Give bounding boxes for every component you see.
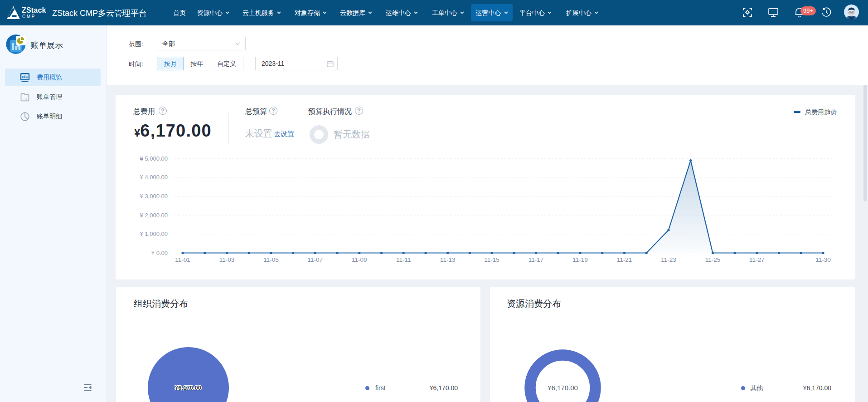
svg-text:11-11: 11-11: [396, 256, 411, 263]
svg-text:11-17: 11-17: [529, 256, 544, 263]
svg-text:11-23: 11-23: [661, 256, 676, 263]
svg-text:11-09: 11-09: [352, 256, 367, 263]
svg-text:11-01: 11-01: [175, 256, 190, 263]
svg-text:¥ 1,000.00: ¥ 1,000.00: [140, 230, 168, 237]
svg-text:11-21: 11-21: [617, 256, 632, 263]
svg-text:11-27: 11-27: [749, 256, 765, 263]
svg-text:11-05: 11-05: [263, 256, 279, 263]
svg-text:11-19: 11-19: [572, 256, 588, 263]
svg-text:11-15: 11-15: [484, 256, 499, 263]
svg-text:11-25: 11-25: [705, 256, 721, 263]
svg-text:11-30: 11-30: [815, 256, 831, 263]
svg-text:¥ 3,000.00: ¥ 3,000.00: [140, 193, 168, 200]
svg-text:¥ 4,000.00: ¥ 4,000.00: [140, 174, 168, 181]
svg-text:¥ 0.00: ¥ 0.00: [151, 250, 168, 256]
svg-text:11-07: 11-07: [308, 256, 323, 263]
svg-text:¥ 2,000.00: ¥ 2,000.00: [140, 212, 168, 219]
svg-text:11-03: 11-03: [219, 256, 235, 263]
svg-text:¥ 5,000.00: ¥ 5,000.00: [140, 155, 168, 162]
svg-text:11-13: 11-13: [440, 256, 456, 263]
